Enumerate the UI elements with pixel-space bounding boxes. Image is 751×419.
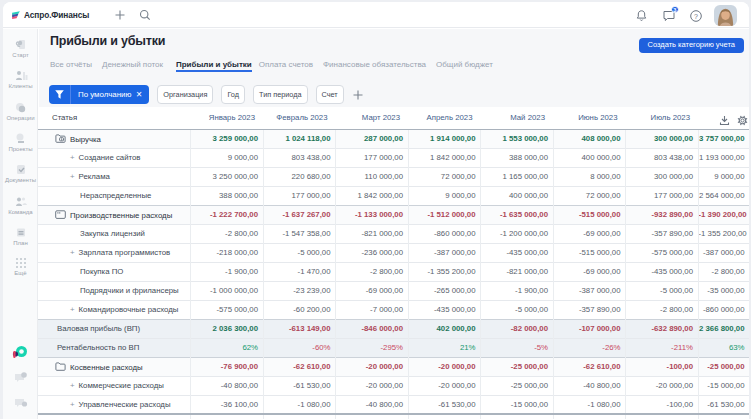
svg-text:?: ? [694, 12, 698, 19]
